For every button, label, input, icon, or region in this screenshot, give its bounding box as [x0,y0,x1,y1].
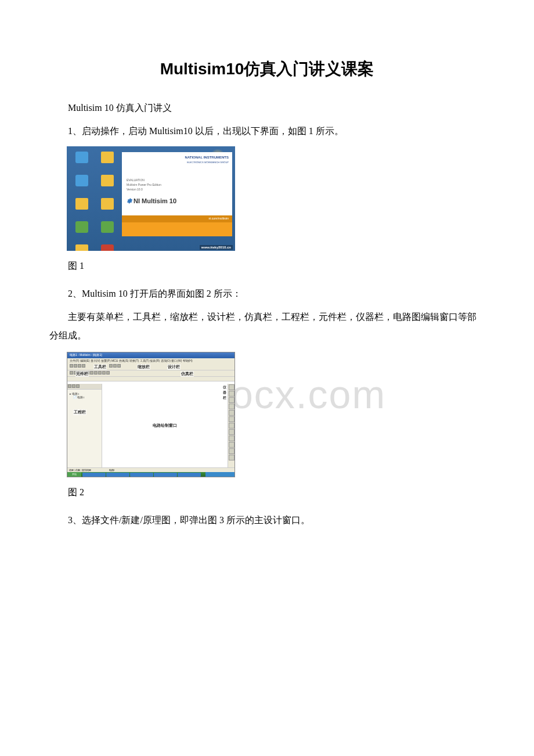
app-icon [75,221,88,233]
instrument-icon [229,397,234,403]
toolbar-button-icon [70,364,73,368]
desktop-icon [98,244,117,251]
desktop-icon [73,198,91,215]
desktop-icon [98,198,117,215]
figure-1-screenshot: NATIONAL INSTRUMENTS ELECTRONICS WORKBEN… [67,146,235,251]
splash-eval: EVALUATION [127,178,228,182]
window-title: 电路1 - Multisim - [电路1] [67,352,234,357]
desktop-icon [73,221,91,239]
instrument-icon [229,442,234,448]
instrument-icon [229,429,234,435]
instrument-bar: 仪器栏 [228,384,234,467]
desktop-icon [98,221,117,239]
figure-1-label: 图 1 [49,257,485,275]
toolbar-button-icon [113,364,117,368]
sidebar-icon [68,384,71,388]
toolbar-button-icon [82,364,85,368]
tree-item: 📄 电路1 [70,395,99,399]
instrument-icon [229,435,234,441]
brand-text: NI Multisim 10 [134,197,176,204]
toolbar-button-icon [78,364,81,368]
app-icon [75,175,88,186]
desktop-icon [98,175,117,192]
circuit-canvas: 电路绘制窗口 [102,384,228,467]
toolbar-button-icon [109,364,113,368]
sidebar-icon [72,384,75,388]
taskbar-item [106,473,129,477]
paragraph-1: 1、启动操作，启动 Multisim10 以后，出现以下界面，如图 1 所示。 [49,122,485,141]
folder-icon [101,152,114,163]
instrument-icon [229,448,234,454]
folder-icon [101,198,114,210]
folder-icon [101,175,114,186]
project-tree: ▸ 电路1 📄 电路1 [67,390,102,401]
watermark-url: www.itsky2010.cn [200,245,233,250]
instrument-icon [229,416,234,422]
toolbar-row-2: 元件栏 仿真栏 [67,370,234,377]
splash-version: Version 10.0 [127,187,228,192]
window-titlebar: 电路1 - Multisim - [电路1] [67,352,234,358]
menu-bar: 文件(F) 编辑(E) 显示(V) 放置(P) MCU 仿真(S) 转换(T) … [67,358,234,363]
instrument-icon [229,391,234,397]
toolbar-row-3 [67,377,234,381]
splash-edition: Multisim Power Pro Edition [127,182,228,187]
component-button-icon [106,371,110,375]
toolbar-row-1: 工具栏 缩放栏 设计栏 [67,363,234,370]
ie-icon [75,152,88,163]
canvas-label: 电路绘制窗口 [153,423,177,429]
figure-2-screenshot: 电路1 - Multisim - [电路1] 文件(F) 编辑(E) 显示(V)… [67,352,235,477]
figure-2-label: 图 2 [49,483,485,502]
zoom-bar-label: 缩放栏 [137,364,150,370]
bottom-tab-2: 电路1 [109,469,115,471]
document-title: Multisim10仿真入门讲义课案 [49,58,485,80]
desktop-icon [73,152,91,169]
instrument-icon [229,410,234,416]
desktop-icon [73,175,91,192]
taskbar-item [82,473,106,477]
folder-icon [75,244,88,251]
toolbar-icons [70,364,85,368]
taskbar-tasks [81,472,205,477]
instrument-bar-label: 仪器栏 [223,385,226,401]
component-bar-label: 元件栏 [75,371,89,377]
design-bar-label: 设计栏 [167,364,181,370]
toolbar-button-icon [117,364,121,368]
project-sidebar: ▸ 电路1 📄 电路1 工程栏 [67,384,102,467]
taskbar-item [130,473,153,477]
toolbar-button-icon [74,364,77,368]
status-bar: 结果 | 仿真 | 查找结果 电路1 [67,467,234,472]
toolbar-label: 工具栏 [93,364,107,370]
taskbar-item [178,473,201,477]
splash-brand: ❃ NI Multisim 10 [122,194,232,208]
paragraph-2b: 主要有菜单栏，工具栏，缩放栏，设计栏，仿真栏，工程栏，元件栏，仪器栏，电路图编辑… [49,308,485,345]
desktop-icon [73,244,91,251]
app-icon [101,221,114,233]
component-button-icon [94,371,98,375]
toolbar-icons [109,364,121,368]
instrument-icon [229,423,234,429]
component-button-icon [102,371,106,375]
ni-subtitle: ELECTRONICS WORKBENCH GROUP [187,161,229,164]
paragraph-2: 2、Multisim 10 打开后的界面如图 2 所示： [49,285,485,303]
folder-icon [75,198,88,210]
app-body: ▸ 电路1 📄 电路1 工程栏 电路绘制窗口 仪器栏 [67,384,234,467]
tree-item-label: 电路1 [77,396,85,399]
sim-bar-label: 仿真栏 [181,371,194,377]
splash-top: NATIONAL INSTRUMENTS ELECTRONICS WORKBEN… [122,152,232,175]
start-button: 开始 [67,472,81,477]
instrument-icon [229,384,234,390]
ni-logo: NATIONAL INSTRUMENTS [185,156,229,159]
splash-orange-top: ni.com/multisim [122,215,232,222]
bottom-tabs: 结果 | 仿真 | 查找结果 [69,469,91,471]
taskbar-item [154,473,177,477]
splash-mid: EVALUATION Multisim Power Pro Edition Ve… [122,175,232,194]
instrument-icon [229,455,234,460]
sidebar-toolbar [67,384,102,390]
paragraph-3: 3、选择文件/新建/原理图，即弹出图 3 所示的主设计窗口。 [49,511,485,530]
windows-taskbar: 开始 [67,472,234,477]
sidebar-tool-icons [68,384,80,388]
sidebar-icon [76,384,80,388]
project-bar-label: 工程栏 [73,409,86,415]
splash-screen: NATIONAL INSTRUMENTS ELECTRONICS WORKBEN… [122,152,232,236]
component-button-icon [98,371,102,375]
